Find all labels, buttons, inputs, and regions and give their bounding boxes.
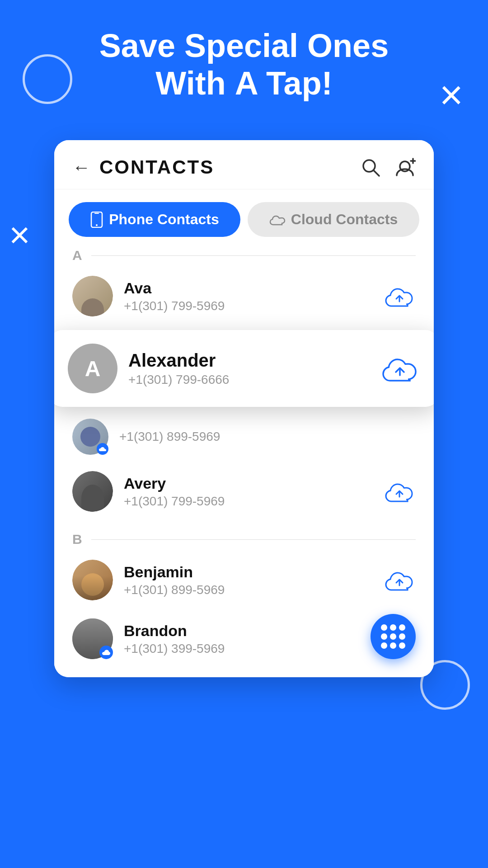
- phone-icon: [90, 212, 103, 228]
- cloud-upload-avery[interactable]: [383, 475, 416, 508]
- app-header: ← CONTACTS: [54, 140, 434, 189]
- tab-phone-label: Phone Contacts: [109, 211, 219, 228]
- hero-heading: Save Special Ones With A Tap!: [0, 0, 488, 120]
- contact-phone-benjamin: +1(301) 899-5969: [124, 583, 372, 597]
- add-contact-icon[interactable]: [394, 157, 416, 177]
- contacts-list: A Ava +1(301) 799-5969 A: [54, 237, 434, 677]
- contact-info-avery: Avery +1(301) 799-5969: [124, 475, 372, 509]
- contact-phone-alexander: +1(301) 799-6666: [128, 373, 369, 387]
- search-icon[interactable]: [361, 157, 380, 177]
- contact-row-ava[interactable]: Ava +1(301) 799-5969: [54, 267, 434, 326]
- avatar-brandon: [72, 618, 113, 659]
- section-b-label: B: [54, 521, 434, 551]
- fab-button[interactable]: [371, 614, 416, 659]
- svg-line-1: [374, 170, 379, 176]
- tab-cloud-label: Cloud Contacts: [291, 211, 398, 228]
- svg-rect-6: [94, 213, 99, 214]
- cloud-badge-brandon: [99, 646, 113, 659]
- contact-row-alexander[interactable]: A Alexander +1(301) 799-6666: [54, 330, 434, 407]
- cloud-icon: [269, 213, 286, 226]
- cloud-upload-ava[interactable]: [383, 280, 416, 312]
- cloud-upload-alexander[interactable]: [380, 348, 420, 389]
- svg-point-7: [96, 224, 98, 226]
- fab-grid-icon: [375, 618, 412, 655]
- contact-info-ava: Ava +1(301) 799-5969: [124, 279, 372, 313]
- contact-phone-ava: +1(301) 799-5969: [124, 299, 372, 313]
- contact-info-benjamin: Benjamin +1(301) 899-5969: [124, 563, 372, 597]
- contact-phone-avery: +1(301) 799-5969: [124, 494, 372, 509]
- contact-row-benjamin[interactable]: Benjamin +1(301) 899-5969: [54, 551, 434, 609]
- contact-row-avery[interactable]: Avery +1(301) 799-5969: [54, 462, 434, 521]
- contact-name-benjamin: Benjamin: [124, 563, 372, 581]
- avatar-benjamin: [72, 560, 113, 600]
- tab-cloud-contacts[interactable]: Cloud Contacts: [248, 202, 419, 237]
- contact-row-partial[interactable]: +1(301) 899-5969: [54, 411, 434, 462]
- contact-name-alexander: Alexander: [128, 350, 369, 371]
- close-icon-mid-left[interactable]: ×: [9, 217, 30, 253]
- cloud-upload-benjamin[interactable]: [383, 564, 416, 596]
- avatar-alexander: A: [68, 344, 117, 393]
- tab-phone-contacts[interactable]: Phone Contacts: [69, 202, 240, 237]
- cloud-badge-partial: [97, 443, 108, 455]
- contact-info-alexander: Alexander +1(301) 799-6666: [128, 350, 369, 387]
- contact-name-avery: Avery: [124, 475, 372, 492]
- tab-bar: Phone Contacts Cloud Contacts: [54, 189, 434, 237]
- header-left: ← CONTACTS: [72, 156, 214, 178]
- back-button[interactable]: ←: [72, 157, 90, 178]
- partial-contact-phone: +1(301) 899-5969: [119, 429, 416, 444]
- avatar-partial: [72, 419, 108, 455]
- header-right: [361, 157, 416, 177]
- app-title: CONTACTS: [99, 156, 214, 178]
- avatar-avery: [72, 471, 113, 512]
- avatar-ava: [72, 276, 113, 316]
- section-a-label: A: [54, 237, 434, 267]
- partial-contact-info: +1(301) 899-5969: [119, 429, 416, 444]
- contact-name-ava: Ava: [124, 279, 372, 297]
- alexander-highlighted-wrapper: A Alexander +1(301) 799-6666: [54, 330, 434, 407]
- app-card: ← CONTACTS Phone Contacts: [54, 140, 434, 677]
